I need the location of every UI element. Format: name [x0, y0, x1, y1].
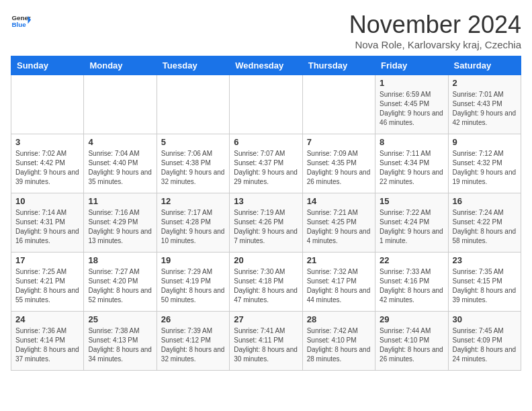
day-info: Daylight: 9 hours and 13 minutes. — [88, 227, 152, 246]
day-number: 26 — [161, 314, 225, 324]
day-info: Sunrise: 7:02 AM — [15, 149, 79, 158]
calendar-cell: 20Sunrise: 7:30 AMSunset: 4:18 PMDayligh… — [230, 253, 302, 312]
calendar-cell: 1Sunrise: 6:59 AMSunset: 4:45 PMDaylight… — [375, 75, 448, 134]
calendar-cell: 19Sunrise: 7:29 AMSunset: 4:19 PMDayligh… — [157, 253, 229, 312]
calendar-cell: 13Sunrise: 7:19 AMSunset: 4:26 PMDayligh… — [230, 193, 302, 253]
header-monday: Monday — [84, 56, 157, 75]
day-number: 27 — [234, 314, 298, 324]
calendar-cell: 10Sunrise: 7:14 AMSunset: 4:31 PMDayligh… — [11, 193, 84, 253]
day-info: Sunset: 4:42 PM — [15, 158, 79, 168]
calendar-cell: 15Sunrise: 7:22 AMSunset: 4:24 PMDayligh… — [375, 193, 448, 253]
day-number: 13 — [234, 196, 298, 206]
day-info: Daylight: 8 hours and 30 minutes. — [234, 345, 298, 364]
calendar-cell: 21Sunrise: 7:32 AMSunset: 4:17 PMDayligh… — [302, 253, 375, 312]
calendar-cell: 26Sunrise: 7:39 AMSunset: 4:12 PMDayligh… — [157, 312, 229, 371]
day-info: Sunset: 4:10 PM — [380, 336, 443, 345]
calendar-week-3: 10Sunrise: 7:14 AMSunset: 4:31 PMDayligh… — [11, 193, 521, 253]
day-info: Sunset: 4:40 PM — [88, 158, 152, 168]
day-info: Sunrise: 7:38 AM — [88, 326, 152, 336]
logo: General Blue — [11, 11, 31, 31]
day-number: 1 — [380, 78, 443, 88]
day-info: Sunrise: 7:45 AM — [453, 326, 517, 336]
day-info: Sunrise: 7:30 AM — [234, 267, 298, 277]
page-header: General Blue November 2024 Nova Role, Ka… — [11, 11, 521, 50]
calendar-cell: 18Sunrise: 7:27 AMSunset: 4:20 PMDayligh… — [84, 253, 157, 312]
day-info: Daylight: 8 hours and 24 minutes. — [453, 345, 517, 364]
day-info: Sunset: 4:45 PM — [380, 99, 443, 109]
day-info: Sunrise: 7:12 AM — [453, 149, 517, 158]
day-info: Daylight: 9 hours and 19 minutes. — [453, 168, 517, 187]
calendar-cell: 17Sunrise: 7:25 AMSunset: 4:21 PMDayligh… — [11, 253, 84, 312]
day-info: Sunrise: 7:16 AM — [88, 208, 152, 218]
day-info: Sunrise: 7:42 AM — [307, 326, 371, 336]
day-number: 19 — [161, 255, 225, 265]
day-info: Sunset: 4:38 PM — [161, 158, 225, 168]
day-info: Sunrise: 7:17 AM — [161, 208, 225, 218]
day-number: 11 — [88, 196, 152, 206]
day-number: 3 — [15, 137, 79, 147]
day-info: Sunset: 4:09 PM — [453, 336, 517, 345]
day-info: Sunset: 4:32 PM — [453, 158, 517, 168]
header-wednesday: Wednesday — [230, 56, 302, 75]
day-info: Sunset: 4:29 PM — [88, 218, 152, 227]
day-info: Sunrise: 7:06 AM — [161, 149, 225, 158]
day-info: Daylight: 9 hours and 26 minutes. — [307, 168, 371, 187]
calendar-cell: 4Sunrise: 7:04 AMSunset: 4:40 PMDaylight… — [84, 134, 157, 193]
day-info: Daylight: 9 hours and 46 minutes. — [380, 109, 443, 128]
calendar-cell: 14Sunrise: 7:21 AMSunset: 4:25 PMDayligh… — [302, 193, 375, 253]
calendar-cell: 8Sunrise: 7:11 AMSunset: 4:34 PMDaylight… — [375, 134, 448, 193]
day-info: Sunset: 4:15 PM — [453, 277, 517, 286]
day-info: Daylight: 8 hours and 55 minutes. — [15, 286, 79, 305]
calendar-week-1: 1Sunrise: 6:59 AMSunset: 4:45 PMDaylight… — [11, 75, 521, 134]
calendar-cell — [84, 75, 157, 134]
day-number: 4 — [88, 137, 152, 147]
calendar-week-4: 17Sunrise: 7:25 AMSunset: 4:21 PMDayligh… — [11, 253, 521, 312]
day-info: Sunrise: 7:22 AM — [380, 208, 443, 218]
calendar-cell: 11Sunrise: 7:16 AMSunset: 4:29 PMDayligh… — [84, 193, 157, 253]
day-info: Daylight: 9 hours and 35 minutes. — [88, 168, 152, 187]
day-number: 22 — [380, 255, 443, 265]
day-info: Sunrise: 7:25 AM — [15, 267, 79, 277]
calendar-cell: 27Sunrise: 7:41 AMSunset: 4:11 PMDayligh… — [230, 312, 302, 371]
day-info: Sunset: 4:14 PM — [15, 336, 79, 345]
day-info: Sunset: 4:21 PM — [15, 277, 79, 286]
day-number: 28 — [307, 314, 371, 324]
day-info: Sunset: 4:34 PM — [380, 158, 443, 168]
day-info: Daylight: 9 hours and 32 minutes. — [161, 168, 225, 187]
calendar-cell: 16Sunrise: 7:24 AMSunset: 4:22 PMDayligh… — [448, 193, 521, 253]
day-info: Sunrise: 7:39 AM — [161, 326, 225, 336]
day-info: Sunset: 4:22 PM — [453, 218, 517, 227]
day-info: Sunset: 4:20 PM — [88, 277, 152, 286]
calendar-cell: 24Sunrise: 7:36 AMSunset: 4:14 PMDayligh… — [11, 312, 84, 371]
header-friday: Friday — [375, 56, 448, 75]
day-number: 17 — [15, 255, 79, 265]
header-thursday: Thursday — [302, 56, 375, 75]
day-info: Daylight: 8 hours and 58 minutes. — [453, 227, 517, 246]
day-info: Daylight: 9 hours and 10 minutes. — [161, 227, 225, 246]
day-info: Daylight: 9 hours and 1 minute. — [380, 227, 443, 246]
day-info: Daylight: 8 hours and 37 minutes. — [15, 345, 79, 364]
calendar-cell: 3Sunrise: 7:02 AMSunset: 4:42 PMDaylight… — [11, 134, 84, 193]
day-number: 9 — [453, 137, 517, 147]
day-info: Daylight: 8 hours and 32 minutes. — [161, 345, 225, 364]
day-info: Daylight: 8 hours and 47 minutes. — [234, 286, 298, 305]
day-info: Sunrise: 7:36 AM — [15, 326, 79, 336]
day-info: Sunrise: 7:01 AM — [453, 90, 517, 99]
day-info: Sunset: 4:25 PM — [307, 218, 371, 227]
calendar-table: SundayMondayTuesdayWednesdayThursdayFrid… — [11, 56, 521, 371]
day-info: Sunrise: 7:33 AM — [380, 267, 443, 277]
day-number: 20 — [234, 255, 298, 265]
day-info: Daylight: 9 hours and 39 minutes. — [15, 168, 79, 187]
calendar-header-row: SundayMondayTuesdayWednesdayThursdayFrid… — [11, 56, 521, 75]
header-saturday: Saturday — [448, 56, 521, 75]
calendar-cell: 22Sunrise: 7:33 AMSunset: 4:16 PMDayligh… — [375, 253, 448, 312]
day-info: Sunset: 4:35 PM — [307, 158, 371, 168]
day-number: 14 — [307, 196, 371, 206]
day-number: 25 — [88, 314, 152, 324]
calendar-week-5: 24Sunrise: 7:36 AMSunset: 4:14 PMDayligh… — [11, 312, 521, 371]
day-info: Daylight: 8 hours and 28 minutes. — [307, 345, 371, 364]
day-info: Sunset: 4:17 PM — [307, 277, 371, 286]
day-info: Sunset: 4:11 PM — [234, 336, 298, 345]
day-info: Sunset: 4:18 PM — [234, 277, 298, 286]
day-info: Daylight: 8 hours and 26 minutes. — [380, 345, 443, 364]
